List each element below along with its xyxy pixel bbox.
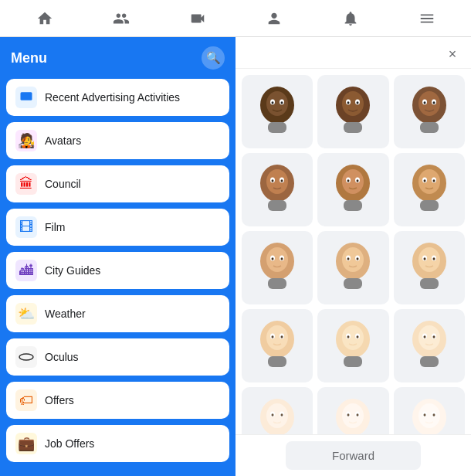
svg-point-91 [281,413,283,416]
avatar-cell-4[interactable] [242,153,313,226]
video-nav-icon[interactable] [184,5,212,32]
avatar-cell-2[interactable] [317,75,388,148]
avatar-emoji-6 [406,160,452,220]
svg-point-59 [418,247,440,272]
svg-rect-78 [344,356,362,367]
avatar-cell-10[interactable] [242,309,313,382]
svg-rect-64 [420,278,439,289]
menu-item-offers[interactable]: 🏷 Offers [6,382,229,419]
menu-item-film[interactable]: 🎞 Film [6,209,229,246]
svg-point-35 [357,179,359,182]
svg-point-49 [281,257,283,260]
svg-point-98 [357,413,359,416]
svg-point-70 [281,335,283,338]
avatars-icon: 🧑‍🎤 [15,130,37,151]
avatar-cell-5[interactable] [317,153,388,226]
svg-point-27 [272,179,274,182]
svg-rect-50 [268,278,286,289]
avatar-emoji-11 [330,316,376,376]
svg-rect-15 [344,122,362,133]
city-guides-icon: 🏙 [15,260,37,281]
avatar-cell-3[interactable] [394,75,465,148]
city-guides-label: City Guides [45,264,100,277]
svg-point-62 [423,257,425,260]
svg-point-52 [342,247,364,272]
avatar-cell-1[interactable] [242,75,313,148]
svg-point-90 [272,413,274,416]
avatar-cell-7[interactable] [242,231,313,304]
menu-item-avatars[interactable]: 🧑‍🎤 Avatars [6,122,229,159]
menu-item-recent-advertising[interactable]: Recent Advertising Activities [6,79,229,116]
avatar-cell-15[interactable] [394,387,465,434]
svg-rect-22 [420,122,439,133]
svg-point-28 [281,179,283,182]
avatar-emoji-7 [254,238,300,298]
menu-item-city-guides[interactable]: 🏙 City Guides [6,252,229,289]
oculus-label: Oculus [45,351,79,363]
svg-point-7 [281,101,283,104]
svg-point-97 [347,413,350,416]
avatar-cell-12[interactable] [394,309,465,382]
svg-point-84 [432,335,435,338]
svg-rect-71 [268,356,286,367]
svg-point-105 [432,413,435,416]
avatar-emoji-4 [254,160,300,220]
avatar-emoji-1 [254,82,300,142]
avatar-cell-11[interactable] [317,309,388,382]
avatar-cell-13[interactable] [242,387,313,434]
svg-point-3 [266,91,288,116]
svg-point-77 [357,335,359,338]
menu-item-job-offers[interactable]: 💼 Job Offers [6,425,229,462]
job-offers-label: Job Offers [45,437,94,450]
avatar-emoji-10 [254,316,300,376]
svg-point-1 [19,354,33,360]
sidebar-search-button[interactable]: 🔍 [202,46,225,70]
avatars-grid [235,69,471,434]
svg-point-38 [418,169,440,194]
offers-label: Offers [45,394,74,406]
oculus-icon [15,346,37,368]
top-navigation [0,0,471,37]
avatar-picker-panel: × [235,37,471,476]
home-nav-icon[interactable] [31,5,59,32]
close-button[interactable]: × [442,43,463,65]
menu-nav-icon[interactable] [413,5,441,32]
sidebar: Menu 🔍 Recent Advertising Activities 🧑‍🎤… [0,37,235,476]
avatar-emoji-3 [406,82,452,142]
avatar-cell-9[interactable] [394,231,465,304]
panel-header: × [235,37,471,69]
svg-point-80 [418,325,440,350]
svg-point-101 [418,403,440,428]
svg-point-66 [266,325,288,350]
avatar-cell-6[interactable] [394,153,465,226]
people-nav-icon[interactable] [107,5,135,32]
sidebar-title: Menu [11,50,47,66]
svg-point-48 [272,257,274,260]
menu-item-council[interactable]: 🏛 Council [6,165,229,202]
recent-advertising-label: Recent Advertising Activities [45,91,180,104]
svg-rect-29 [268,200,286,211]
menu-item-weather[interactable]: ⛅ Weather [6,295,229,332]
recent-advertising-icon [15,87,37,108]
avatar-cell-8[interactable] [317,231,388,304]
svg-point-63 [432,257,435,260]
weather-label: Weather [45,308,86,320]
avatar-emoji-2 [330,82,376,142]
svg-point-73 [342,325,364,350]
svg-point-17 [418,91,440,116]
svg-point-56 [357,257,359,260]
council-icon: 🏛 [15,173,37,195]
profile-nav-icon[interactable] [260,5,288,32]
menu-item-oculus[interactable]: Oculus [6,338,229,376]
job-offers-icon: 💼 [15,433,37,454]
svg-rect-0 [21,92,32,100]
bell-nav-icon[interactable] [337,5,364,32]
svg-point-10 [342,91,364,116]
svg-rect-85 [420,356,439,367]
svg-point-13 [347,101,350,104]
svg-rect-57 [344,278,362,289]
svg-point-76 [347,335,350,338]
avatar-cell-14[interactable] [317,387,388,434]
forward-button[interactable]: Forward [286,441,421,470]
svg-point-45 [266,247,288,272]
